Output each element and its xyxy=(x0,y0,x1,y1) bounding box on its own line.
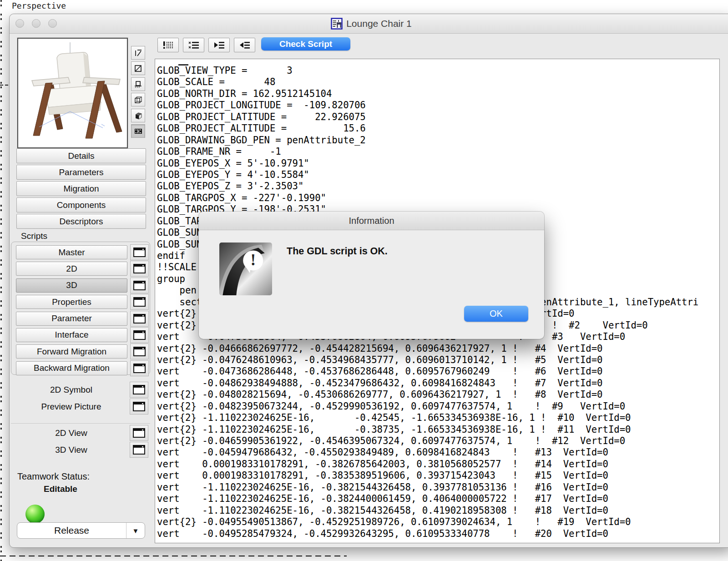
list-marks-icon[interactable] xyxy=(183,38,204,52)
script-row: Master xyxy=(16,244,148,261)
pane-list: 2D Symbol Preview Picture xyxy=(15,382,152,415)
preview-picture-box xyxy=(17,38,128,148)
open-script-window-button[interactable] xyxy=(130,294,149,310)
script-row: Forward Migration xyxy=(16,344,148,360)
window-icon xyxy=(133,428,145,438)
window-icon xyxy=(133,347,146,356)
script-line: GLOB_VIEW_TYPE = 3 xyxy=(157,65,698,76)
wire-line-icon[interactable] xyxy=(131,46,145,60)
lounge-chair-preview xyxy=(18,39,125,146)
script-line: GLOB_TARGPOS_X = -227'-0.1990" xyxy=(157,192,698,204)
release-button[interactable]: Release ▼ xyxy=(17,522,145,539)
indent-right-icon[interactable] xyxy=(208,38,230,52)
open-view-window-button[interactable] xyxy=(130,442,148,458)
window-icon xyxy=(133,297,146,307)
sidebar-tab-button[interactable]: Descriptors xyxy=(16,214,146,229)
svg-text:!: ! xyxy=(250,251,256,269)
open-script-window-button[interactable] xyxy=(130,311,149,327)
elevation-icon[interactable] xyxy=(131,77,145,91)
script-tab-button[interactable]: Forward Migration xyxy=(16,344,127,359)
view-list: 2D View 3D View xyxy=(15,425,152,458)
script-tab-button[interactable]: Parameter xyxy=(16,312,127,326)
minimize-button[interactable] xyxy=(32,19,40,28)
script-line: vert{2} -1.110223024625E-16, -0.42545, -… xyxy=(157,412,698,424)
view-row: 2D View xyxy=(15,425,152,442)
indent-left-icon[interactable] xyxy=(234,38,255,52)
script-row: Parameter xyxy=(16,311,148,327)
window-icon xyxy=(133,385,145,394)
script-line: vert{2} -0.04659905361922, -0.4546395067… xyxy=(157,435,698,447)
information-dialog: Information ! The GDL script is OK. OK xyxy=(199,212,544,339)
dialog-title: Information xyxy=(349,216,394,226)
pane-label: Preview Picture xyxy=(15,402,127,412)
check-script-button[interactable]: Check Script xyxy=(261,37,350,51)
view-label: 2D View xyxy=(15,428,127,438)
check-syntax-icon[interactable] xyxy=(157,38,179,52)
open-script-window-button[interactable] xyxy=(130,244,149,260)
open-view-window-button[interactable] xyxy=(130,425,148,441)
view-row: 3D View xyxy=(15,442,152,459)
open-script-window-button[interactable] xyxy=(130,327,149,343)
script-line: vert -0.0459479686432, -0.4550293849489,… xyxy=(157,447,698,458)
window-titlebar: Lounge Chair 1 xyxy=(10,14,728,34)
background-window-title: Perspective xyxy=(12,1,66,10)
window-icon xyxy=(133,281,146,290)
sidebar-tab-button[interactable]: Parameters xyxy=(16,165,146,180)
script-tab-button[interactable]: 3D xyxy=(16,278,127,293)
script-tab-button[interactable]: Properties xyxy=(16,295,127,309)
script-line: vert -1.110223024625E-16, -0.38215443264… xyxy=(157,505,698,516)
chevron-down-icon: ▼ xyxy=(126,523,145,538)
script-line: vert{2} -1.110223024625E-16, -0.38735, -… xyxy=(157,424,698,435)
window-title: Lounge Chair 1 xyxy=(346,18,412,29)
archicad-alert-icon: ! xyxy=(219,243,272,295)
open-script-window-button[interactable] xyxy=(130,261,149,277)
ok-button[interactable]: OK xyxy=(464,306,528,322)
teamwork-status-label: Teamwork Status: xyxy=(17,471,90,482)
open-pane-window-button[interactable] xyxy=(130,382,148,398)
script-row: Backward Migration xyxy=(16,360,148,377)
sidebar-separator xyxy=(11,423,150,424)
traffic-lights xyxy=(15,19,57,28)
script-row: 2D xyxy=(16,261,148,277)
window-icon xyxy=(133,314,146,323)
script-button-list: Master 2D 3D Properties xyxy=(16,244,148,377)
script-row: 3D xyxy=(16,278,148,294)
close-button[interactable] xyxy=(15,19,24,28)
script-tab-button[interactable]: Interface xyxy=(16,328,127,342)
script-tab-button[interactable]: 2D xyxy=(16,262,127,276)
scripts-section-label: Scripts xyxy=(21,231,47,241)
script-line: vert{2} -0.04666862697772, -0.4544282156… xyxy=(157,343,698,354)
teamwork-status-value: Editable xyxy=(44,484,77,494)
script-line: vert{2} -0.048028215694, -0.453068626977… xyxy=(157,389,698,400)
sidebar-tab-button[interactable]: Components xyxy=(16,197,146,212)
window-icon xyxy=(133,248,146,257)
library-part-icon xyxy=(331,18,343,30)
pane-row: 2D Symbol xyxy=(15,382,152,399)
slashed-square-icon[interactable] xyxy=(131,61,145,75)
view-label: 3D View xyxy=(15,445,127,455)
open-script-window-button[interactable] xyxy=(130,278,149,293)
script-line: vert -0.04862938494888, -0.4523479686432… xyxy=(157,378,698,389)
solid-cube-icon[interactable] xyxy=(131,109,145,122)
dialog-message: The GDL script is OK. xyxy=(287,246,388,257)
script-row: Properties xyxy=(16,294,148,310)
open-script-window-button[interactable] xyxy=(130,344,149,359)
script-line: vert{2} -0.04823950673244, -0.4529990536… xyxy=(157,401,698,412)
sidebar-tab-button[interactable]: Details xyxy=(16,148,146,163)
script-row: Interface xyxy=(16,327,148,344)
script-line: GLOB_EYEPOS_Y = 4'-10.5584" xyxy=(157,169,698,181)
sidebar-tab-button[interactable]: Migration xyxy=(16,181,146,196)
filmstrip-icon[interactable] xyxy=(131,124,145,138)
release-label: Release xyxy=(17,525,126,536)
open-pane-window-button[interactable] xyxy=(130,399,148,414)
script-line: GLOB_DRAWING_BGD_PEN = penAttribute_2 xyxy=(157,135,698,146)
script-tab-button[interactable]: Master xyxy=(16,245,127,259)
sidebar-tabs: Details Parameters Migration Components … xyxy=(16,148,146,229)
script-line: vert -1.110223024625E-16, -0.38215443264… xyxy=(157,482,698,493)
zoom-button[interactable] xyxy=(48,19,57,28)
open-script-window-button[interactable] xyxy=(130,360,149,376)
wireframe-cube-icon[interactable] xyxy=(131,93,145,106)
window-icon xyxy=(133,264,146,273)
script-tab-button[interactable]: Backward Migration xyxy=(16,361,127,375)
script-line: GLOB_PROJECT_LONGITUDE = -109.820706 xyxy=(157,100,698,111)
